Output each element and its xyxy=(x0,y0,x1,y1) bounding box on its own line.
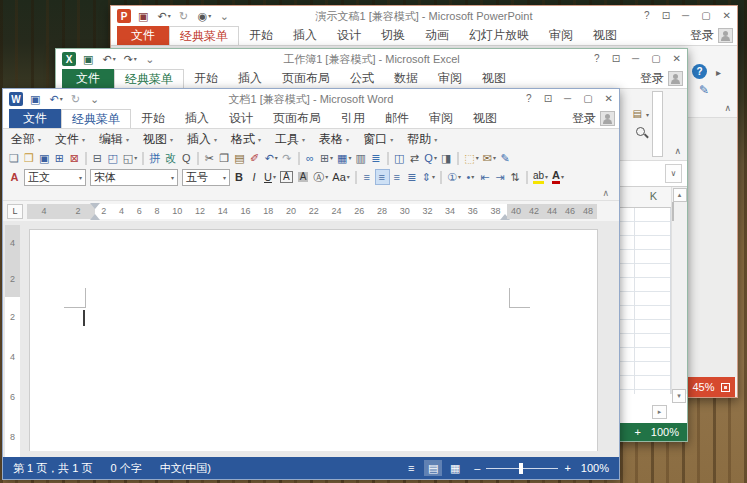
redo-icon[interactable]: ↻ xyxy=(69,91,84,107)
ribbon-display-button[interactable]: ⊡ xyxy=(544,94,552,104)
cut-icon[interactable]: ✂ xyxy=(202,150,217,166)
ribbon-tab[interactable]: 设计 xyxy=(327,26,371,45)
ribbon-display-button[interactable]: ⊡ xyxy=(612,54,620,64)
numbering-icon[interactable]: ①▾ xyxy=(445,169,463,185)
vertical-scrollbar[interactable]: ▴ xyxy=(671,187,687,394)
document-page[interactable] xyxy=(29,229,598,451)
open-folder-icon[interactable]: ❒ xyxy=(22,150,37,166)
decrease-indent-icon[interactable]: ⇤ xyxy=(478,169,493,185)
save-icon[interactable]: ▣ xyxy=(37,150,52,166)
zoom-out-button[interactable]: – xyxy=(474,462,480,474)
ribbon-tab[interactable]: 视图 xyxy=(472,69,516,88)
ribbon-tab[interactable]: 页面布局 xyxy=(263,109,331,128)
highlight-icon[interactable]: ab▾ xyxy=(531,169,550,185)
file-tab[interactable]: 文件 xyxy=(62,69,114,88)
minimize-button[interactable]: ─ xyxy=(564,94,571,104)
distribute-icon[interactable]: ≣ xyxy=(405,169,420,185)
align-left-icon[interactable]: ≡ xyxy=(360,169,375,185)
zoom-slider-thumb[interactable] xyxy=(519,463,523,474)
qat-menu-icon[interactable]: ⌄ xyxy=(143,51,158,67)
page-indicator[interactable]: 第 1 页，共 1 页 xyxy=(13,461,92,476)
file-tab[interactable]: 文件 xyxy=(9,109,61,128)
help-icon[interactable]: ? xyxy=(692,64,707,79)
character-border-icon[interactable]: A xyxy=(278,169,296,185)
underline-icon[interactable]: U▾ xyxy=(262,169,278,185)
document-map-icon[interactable]: ≣ xyxy=(369,150,384,166)
ribbon-tab[interactable]: 设计 xyxy=(219,109,263,128)
comment-icon[interactable]: ⬚▾ xyxy=(462,150,480,166)
zoom-percent-label[interactable]: 45% xyxy=(692,381,714,393)
collapse-ribbon-icon[interactable]: ∧ xyxy=(602,188,609,198)
print-preview-icon[interactable]: ◰ xyxy=(105,150,120,166)
ribbon-tab[interactable]: 视图 xyxy=(463,109,507,128)
save-icon[interactable]: ▣ xyxy=(136,8,151,24)
read-mode-icon[interactable]: ≡ xyxy=(402,460,420,476)
edit-pencil-icon[interactable]: ✎ xyxy=(699,84,709,96)
ribbon-tab[interactable]: 插入 xyxy=(228,69,272,88)
expand-formula-bar-icon[interactable]: ∨ xyxy=(665,164,682,183)
save-icon[interactable]: ▣ xyxy=(28,91,43,107)
format-painter-icon[interactable]: ✐ xyxy=(248,150,263,166)
save-as-icon[interactable]: ⊞ xyxy=(52,150,67,166)
ribbon-tab[interactable]: 开始 xyxy=(131,109,175,128)
close-file-icon[interactable]: ⊠ xyxy=(67,150,82,166)
ribbon-tab[interactable]: 动画 xyxy=(415,26,459,45)
help-button[interactable]: ? xyxy=(526,94,532,104)
user-avatar[interactable] xyxy=(600,111,615,126)
undo-icon[interactable]: ↶▾ xyxy=(100,51,117,67)
undo-icon[interactable]: ↶▾ xyxy=(47,91,64,107)
shrink-page-icon[interactable]: ⇄ xyxy=(407,150,422,166)
arrow-right-icon[interactable]: ▸ xyxy=(716,68,721,78)
redo-icon[interactable]: ↻ xyxy=(177,8,192,24)
ribbon-tab[interactable]: 公式 xyxy=(340,69,384,88)
menu-tools[interactable]: 工具▾ xyxy=(275,131,305,148)
font-size-combo[interactable]: 五号 ▾ xyxy=(182,169,230,186)
close-button[interactable]: ✕ xyxy=(605,94,613,104)
zoom-in-button[interactable]: + xyxy=(634,426,640,438)
zoom-slider-track[interactable] xyxy=(486,468,558,469)
minimize-button[interactable]: ─ xyxy=(632,54,639,64)
word-count[interactable]: 0 个字 xyxy=(110,461,141,476)
ribbon-tab[interactable]: 审阅 xyxy=(428,69,472,88)
qat-menu-icon[interactable]: ⌄ xyxy=(217,8,232,24)
ribbon-tab[interactable]: 插入 xyxy=(175,109,219,128)
menu-file[interactable]: 文件▾ xyxy=(55,131,85,148)
collapse-ribbon-icon[interactable]: ∧ xyxy=(724,104,731,113)
styles-pane-icon[interactable]: A xyxy=(7,169,22,185)
print-layout-icon[interactable]: ▤ xyxy=(424,460,442,476)
font-combo[interactable]: 宋体 ▾ xyxy=(90,169,178,186)
scrollbar-thumb[interactable] xyxy=(672,202,674,221)
bullets-icon[interactable]: •▾ xyxy=(463,169,478,185)
ribbon-tab[interactable]: 经典菜单 xyxy=(169,26,239,45)
redo-icon[interactable]: ↷ xyxy=(280,150,295,166)
ribbon-tab[interactable]: 开始 xyxy=(184,69,228,88)
maximize-button[interactable]: ▢ xyxy=(701,11,710,21)
ribbon-tab[interactable]: 页面布局 xyxy=(272,69,340,88)
help-button[interactable]: ? xyxy=(594,54,600,64)
columns-icon[interactable]: ▥ xyxy=(354,150,369,166)
paste-icon[interactable]: ▤ xyxy=(232,150,247,166)
proofing-icon[interactable]: 改 xyxy=(163,150,179,166)
ribbon-tab[interactable]: 经典菜单 xyxy=(114,69,184,88)
align-right-icon[interactable]: ≡ xyxy=(390,169,405,185)
pinyin-guide-icon[interactable]: 拼 xyxy=(147,150,163,166)
help-button[interactable]: ? xyxy=(644,11,650,21)
ribbon-tab[interactable]: 数据 xyxy=(384,69,428,88)
file-tab[interactable]: 文件 xyxy=(117,26,169,45)
zoom-percent-label[interactable]: 100% xyxy=(581,462,609,474)
user-avatar[interactable] xyxy=(668,71,683,86)
ribbon-tab[interactable]: 开始 xyxy=(239,26,283,45)
menu-view[interactable]: 视图▾ xyxy=(143,131,173,148)
ribbon-tab[interactable]: 插入 xyxy=(283,26,327,45)
sort-icon[interactable]: ⇅ xyxy=(508,169,523,185)
ribbon-tab[interactable]: 审阅 xyxy=(419,109,463,128)
save-icon[interactable]: ▣ xyxy=(81,51,96,67)
center-icon[interactable]: ≡ xyxy=(375,169,390,185)
ribbon-tab[interactable]: 经典菜单 xyxy=(61,109,131,128)
menu-edit[interactable]: 编辑▾ xyxy=(99,131,129,148)
sign-in-link[interactable]: 登录 xyxy=(572,109,619,128)
menu-window[interactable]: 窗口▾ xyxy=(363,131,393,148)
increase-indent-icon[interactable]: ⇥ xyxy=(493,169,508,185)
menu-help[interactable]: 帮助▾ xyxy=(407,131,437,148)
style-combo[interactable]: 正文 ▾ xyxy=(24,169,86,186)
